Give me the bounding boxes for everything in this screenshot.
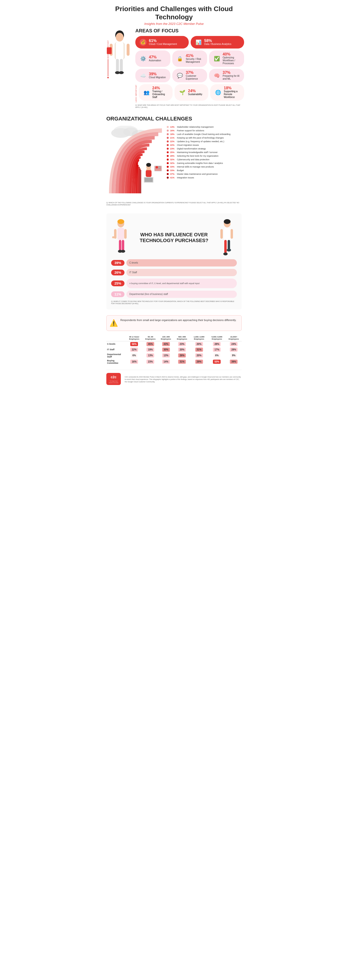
table-header-role — [106, 335, 125, 341]
svg-point-46 — [223, 253, 228, 255]
cell-itstaff-1000: 31% — [195, 348, 203, 352]
cloud-cost-icon: 💰 — [139, 38, 147, 46]
sustainability-percent: 24% — [188, 89, 202, 93]
svg-point-47 — [227, 249, 231, 251]
security-percent: 41% — [186, 54, 204, 58]
table-header-100-499: 100–499 Employees — [158, 335, 174, 341]
influence-section: WHO HAS INFLUENCE OVER TECHNOLOGY PURCHA… — [106, 213, 242, 309]
challenge-item: 21% Keeping up with the pace of technolo… — [167, 137, 242, 139]
buying-section: ⚠️ Respondents from small and large orga… — [106, 315, 242, 365]
cell-clevels-50: 45% — [147, 342, 154, 346]
cell-dept-49: 6% — [131, 353, 137, 358]
challenges-title: ORGANIZATIONAL CHALLENGES — [106, 116, 242, 122]
cell-dept-100: 13% — [162, 353, 170, 358]
training-icon: 👥 — [142, 88, 151, 97]
svg-point-30 — [117, 219, 124, 224]
svg-rect-42 — [220, 229, 223, 239]
challenge-item: 32% Gaining actionable insights from dat… — [167, 162, 242, 164]
table-row-committee: Buying Committee 16% 23% 14% 31% 29% 50%… — [106, 359, 242, 365]
warning-icon: ⚠️ — [110, 318, 118, 328]
customer-exp-percent: 37% — [186, 71, 204, 75]
itstaff-label: IT Staff — [129, 271, 137, 274]
automation-icon: ⚙️ — [139, 54, 147, 63]
table-header-5000-9999: 5,000–9,999 Employees — [208, 335, 226, 341]
table-row-clevels: C-levels 56% 45% 43% 23% 20% 28% 24% — [106, 341, 242, 347]
table-header-10000: 10,000+ Employees — [226, 335, 242, 341]
challenges-section: ORGANIZATIONAL CHALLENGES — [106, 116, 242, 206]
svg-point-1 — [116, 33, 123, 41]
svg-rect-33 — [112, 236, 115, 238]
influence-item-committee: 25% A buying committee of IT, C-level, a… — [111, 278, 237, 288]
row-label-itstaff: IT Staff — [106, 347, 125, 352]
clevels-pct: 39% — [111, 260, 125, 266]
workflows-percent: 40% — [223, 52, 241, 56]
focus-card-sustainability: 🌱 24% Sustainability — [174, 84, 208, 101]
table-header-500-999: 500–999 Employees — [174, 335, 190, 341]
cell-clevels-1000: 20% — [195, 342, 203, 346]
remote-label: Supporting a Remote Workforce — [224, 90, 241, 99]
svg-rect-34 — [124, 229, 127, 239]
spiral-chart — [106, 126, 164, 199]
svg-rect-3 — [115, 43, 124, 59]
svg-rect-41 — [224, 228, 231, 240]
svg-rect-20 — [146, 170, 152, 177]
data-analytics-label: Data / Business Analytics — [204, 43, 231, 46]
more-important-label: MORE IMPORTANT — [107, 40, 109, 59]
footer-description: C2C conducted its 2023 Member Pulse in M… — [125, 376, 242, 383]
focus-card-workflows: ✅ 40% Optimizing Workflows / Processes — [209, 51, 244, 67]
data-analytics-icon: 📊 — [194, 38, 203, 46]
influence-bars: 39% C-levels 26% IT Staff 25% A buying c… — [111, 259, 237, 298]
svg-rect-35 — [119, 240, 121, 251]
cell-dept-5000: 6% — [214, 353, 220, 358]
cell-itstaff-10000: 28% — [230, 348, 238, 352]
svg-rect-31 — [117, 228, 124, 240]
cell-itstaff-5000: 17% — [213, 348, 221, 352]
cell-committee-5000: 50% — [213, 360, 221, 364]
cell-clevels-5000: 28% — [213, 342, 221, 346]
svg-rect-7 — [116, 59, 119, 72]
training-percent: 24% — [152, 86, 169, 90]
focus-row-1: 💰 61% Cloud / Cost Management 📊 58% Data… — [135, 36, 244, 49]
cell-dept-50: 13% — [147, 353, 154, 358]
svg-text:💰: 💰 — [140, 40, 145, 45]
svg-rect-22 — [145, 178, 153, 182]
less-important-label: LESS IMPORTANT — [135, 84, 137, 102]
automation-label: Automation — [149, 59, 161, 62]
svg-rect-26 — [158, 167, 161, 167]
focus-card-remote: 🌐 18% Supporting a Remote Workforce — [210, 84, 244, 101]
influence-title: WHO HAS INFLUENCE OVER TECHNOLOGY PURCHA… — [131, 232, 217, 243]
table-row-itstaff: IT Staff 22% 19% 30% 20% 31% 17% 28% — [106, 347, 242, 352]
buying-table: 49 or fewer Employees 50–99 Employees 10… — [106, 335, 242, 365]
ai-ml-icon: 🧠 — [212, 71, 221, 80]
cloud-cost-percent: 61% — [149, 39, 177, 43]
challenges-list: 13% Stakeholder relationship management … — [167, 126, 242, 180]
ai-ml-label: Preparing for AI and ML — [223, 75, 241, 80]
page-subtitle: Insights from the 2023 C2C Member Pulse — [106, 22, 242, 25]
svg-rect-45 — [228, 240, 230, 250]
workflows-label: Optimizing Workflows / Processes — [223, 56, 241, 65]
influence-item-itstaff: 26% IT Staff — [111, 269, 237, 276]
focus-row-2: ⚙️ 47% Automation 🔒 41% Security / Risk … — [135, 51, 244, 67]
svg-point-19 — [146, 163, 151, 167]
cloud-migration-percent: 39% — [149, 72, 166, 76]
committee-label: A buying committee of IT, C-level, and d… — [129, 282, 200, 285]
svg-rect-43 — [231, 229, 233, 239]
cell-clevels-100: 43% — [162, 342, 170, 346]
areas-of-focus-section: MORE IMPORTANT AREAS OF FOCUS 💰 61 — [106, 28, 242, 108]
cell-dept-10000: 9% — [231, 353, 237, 358]
sustainability-label: Sustainability — [188, 93, 202, 96]
svg-point-25 — [156, 166, 158, 169]
svg-point-10 — [119, 71, 124, 74]
cell-clevels-49: 56% — [130, 342, 138, 346]
cell-committee-49: 16% — [130, 360, 138, 364]
focus-card-automation: ⚙️ 47% Automation — [135, 51, 170, 67]
focus-card-cloud-cost: 💰 61% Cloud / Cost Management — [135, 36, 189, 49]
workflows-icon: ✅ — [212, 54, 221, 63]
focus-card-security: 🔒 41% Security / Risk Management — [172, 51, 208, 67]
svg-text:The Google Cloud: The Google Cloud — [110, 380, 117, 382]
automation-percent: 47% — [149, 55, 161, 59]
customer-exp-icon: 💬 — [176, 71, 184, 80]
remote-icon: 🌐 — [214, 88, 222, 97]
challenge-item: 32% Cybersecurity and data protection — [167, 158, 242, 161]
svg-text:Customer Community: Customer Community — [109, 382, 118, 383]
